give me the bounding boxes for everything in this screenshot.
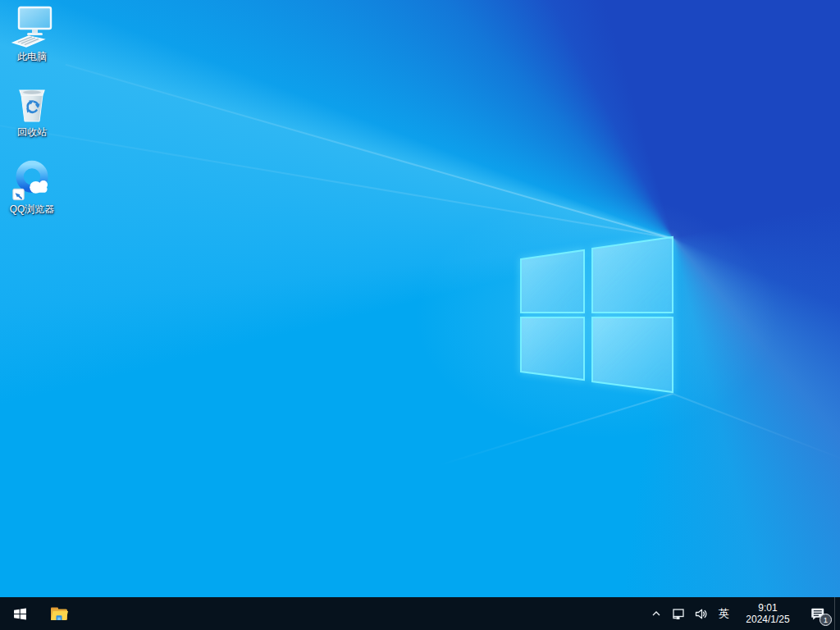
desktop[interactable]: 此电脑 — [0, 0, 840, 597]
taskbar-file-explorer-button[interactable] — [39, 597, 79, 630]
taskbar-clock[interactable]: 9:01 2024/1/25 — [736, 597, 801, 630]
desktop-icon-qq-browser[interactable]: QQ浏览器 — [2, 158, 62, 215]
ime-label: 英 — [719, 606, 729, 621]
show-hidden-icons-button[interactable] — [646, 597, 666, 630]
desktop-icon-label: 此电脑 — [17, 52, 47, 62]
this-pc-icon — [11, 5, 53, 51]
taskbar-empty-area[interactable] — [79, 597, 646, 630]
windows-desktop-screen: 此电脑 — [0, 0, 840, 630]
network-tray-button[interactable] — [666, 597, 690, 630]
windows-logo-wallpaper — [0, 0, 840, 597]
qq-browser-icon — [11, 158, 53, 203]
ethernet-network-icon — [671, 607, 685, 621]
speaker-icon — [694, 607, 708, 621]
taskbar: 英 9:01 2024/1/25 1 — [0, 597, 840, 630]
clock-time: 9:01 — [758, 602, 777, 614]
recycle-bin-icon — [11, 80, 53, 126]
desktop-icon-this-pc[interactable]: 此电脑 — [2, 5, 62, 62]
system-tray: 英 9:01 2024/1/25 1 — [646, 597, 840, 630]
ime-language-indicator[interactable]: 英 — [712, 597, 736, 630]
desktop-icon-recycle-bin[interactable]: 回收站 — [2, 80, 62, 138]
action-center-button[interactable]: 1 — [801, 597, 834, 630]
desktop-icon-label: QQ浏览器 — [10, 204, 55, 215]
file-explorer-icon — [49, 604, 69, 623]
desktop-icon-label: 回收站 — [17, 127, 47, 138]
volume-tray-button[interactable] — [690, 597, 712, 630]
show-desktop-button[interactable] — [834, 597, 840, 630]
start-windows-icon — [13, 607, 27, 621]
chevron-up-icon — [651, 609, 661, 619]
notification-count-badge: 1 — [819, 614, 832, 626]
start-button[interactable] — [0, 597, 39, 630]
clock-date: 2024/1/25 — [746, 614, 789, 626]
